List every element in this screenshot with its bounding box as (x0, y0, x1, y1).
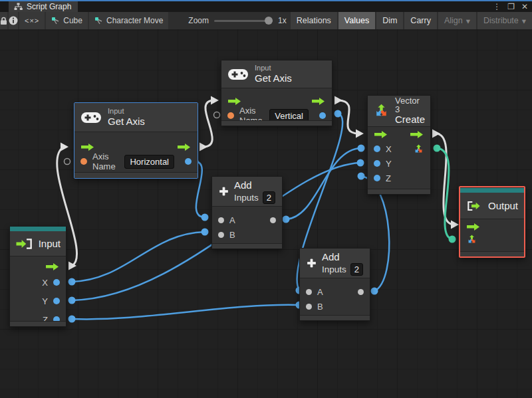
flow-connector-triangle[interactable] (451, 221, 459, 229)
gamepad-icon (228, 68, 248, 81)
axis-name-port[interactable] (227, 112, 234, 119)
value-out-port[interactable] (319, 112, 326, 119)
node-footer (460, 251, 524, 256)
tab-script-graph[interactable]: Script Graph (9, 1, 78, 12)
code-view-button[interactable]: <×> (19, 12, 45, 29)
flow-out-arrow-icon[interactable] (410, 130, 424, 139)
wire-endpoint[interactable] (201, 214, 209, 221)
flow-connector-triangle[interactable] (334, 96, 342, 105)
wire-endpoint[interactable] (358, 145, 365, 152)
flow-connector-triangle[interactable] (211, 96, 219, 105)
wire-endpoint[interactable] (68, 278, 76, 286)
vector3-icon (373, 101, 390, 121)
value-out-port[interactable] (185, 158, 192, 165)
graph-button-cube[interactable]: Cube (46, 12, 88, 29)
input-a-port[interactable] (306, 289, 312, 295)
lock-icon (0, 17, 7, 25)
z-in-port[interactable] (374, 175, 380, 181)
toggle-relations[interactable]: Relations (291, 12, 337, 29)
flow-in-arrow-icon[interactable] (80, 143, 95, 151)
wire-endpoint[interactable] (449, 236, 456, 243)
wire-endpoint[interactable] (68, 297, 76, 304)
x-in-port[interactable] (374, 146, 380, 152)
maximize-icon[interactable]: ❐ (507, 2, 515, 12)
node-vector3-create[interactable]: Vector 3 Create X Y (367, 95, 431, 195)
graph-button-character-move[interactable]: Character Move (89, 12, 168, 29)
node-footer (300, 315, 370, 320)
unconnected-port-ring[interactable] (65, 159, 70, 165)
info-button[interactable] (9, 12, 18, 29)
toggle-values[interactable]: Values (338, 12, 375, 29)
flow-connector-triangle[interactable] (61, 143, 68, 151)
node-header: Input (10, 231, 66, 256)
lock-button[interactable] (0, 12, 7, 29)
y-in-port[interactable] (374, 160, 380, 167)
node-output-unit[interactable]: Output (459, 186, 525, 258)
flow-in-arrow-icon[interactable] (374, 130, 388, 139)
vector3-out-port-icon[interactable] (413, 144, 424, 155)
node-get-axis-horizontal[interactable]: Input Get Axis Axis Name Horizontal (74, 102, 198, 179)
flow-out-arrow-icon[interactable] (311, 97, 326, 106)
node-header: Add Inputs 2 (212, 177, 282, 207)
flow-out-arrow-icon[interactable] (45, 262, 60, 271)
zoom-slider-knob[interactable] (265, 17, 273, 25)
x-out-port[interactable] (53, 279, 60, 286)
unconnected-port-ring[interactable] (214, 112, 220, 118)
node-kind: Vector 3 (395, 96, 425, 114)
node-add-2[interactable]: Add Inputs 2 A B (299, 248, 370, 321)
chevron-down-icon: ▾ (522, 16, 526, 26)
wire-endpoint[interactable] (68, 316, 76, 323)
flow-row (10, 258, 66, 275)
menu-icon[interactable]: ⋮ (493, 2, 501, 12)
zoom-label: Zoom (188, 16, 209, 25)
flow-in-arrow-icon[interactable] (466, 223, 481, 231)
wire[interactable] (203, 100, 214, 147)
wire[interactable] (72, 232, 205, 282)
toggle-dim[interactable]: Dim (376, 12, 403, 29)
flow-connector-triangle[interactable] (356, 130, 364, 138)
wire-endpoint[interactable] (283, 216, 290, 223)
input-a-port[interactable] (218, 217, 224, 223)
wire[interactable] (72, 305, 299, 320)
node-title: Output (488, 200, 518, 212)
node-input-unit[interactable]: Input X Y Z (9, 226, 66, 327)
toggle-carry[interactable]: Carry (404, 12, 437, 29)
graph-button-label: Character Move (106, 16, 163, 25)
zoom-slider[interactable] (214, 20, 273, 22)
unit-header-strip (10, 227, 66, 231)
wire-endpoint[interactable] (371, 288, 378, 295)
node-header: Output (460, 193, 524, 219)
node-header: Input Get Axis (74, 103, 198, 132)
y-out-port[interactable] (53, 298, 60, 304)
flow-connector-triangle[interactable] (200, 143, 207, 151)
node-footer (221, 120, 332, 126)
inputs-count-field[interactable]: 2 (350, 263, 363, 276)
wire-endpoint[interactable] (358, 173, 365, 180)
wire[interactable] (286, 148, 361, 219)
sum-out-port[interactable] (358, 289, 364, 295)
flow-connector-triangle[interactable] (432, 130, 440, 138)
node-get-axis-vertical[interactable]: Input Get Axis Axis Name Vertical (221, 60, 332, 126)
gamepad-icon (81, 111, 101, 124)
dropdown-align[interactable]: Align ▾ (438, 12, 476, 29)
wire-endpoint[interactable] (334, 110, 342, 118)
close-icon[interactable]: ✕ (521, 2, 528, 12)
sum-out-port[interactable] (270, 217, 276, 223)
flow-out-arrow-icon[interactable] (177, 143, 192, 151)
inputs-count-field[interactable]: 2 (263, 191, 275, 204)
axis-name-field[interactable]: Horizontal (124, 155, 174, 169)
graph-canvas[interactable]: Input Get Axis Axis Name Vertical (0, 29, 532, 398)
wire-endpoint[interactable] (201, 229, 209, 236)
flow-in-arrow-icon[interactable] (227, 97, 242, 106)
wire-endpoint[interactable] (357, 159, 364, 167)
script-graph-icon (14, 3, 23, 11)
axis-name-port[interactable] (80, 158, 87, 165)
dropdown-distribute[interactable]: Distribute ▾ (477, 12, 532, 29)
input-b-port[interactable] (306, 304, 312, 310)
node-add-1[interactable]: Add Inputs 2 A B (211, 176, 283, 249)
port-row-y: Y (368, 156, 430, 171)
wire-endpoint[interactable] (434, 145, 441, 152)
zoom-value: 1x (278, 16, 287, 25)
input-b-port[interactable] (218, 232, 224, 238)
vector3-in-port-icon[interactable] (466, 234, 477, 245)
